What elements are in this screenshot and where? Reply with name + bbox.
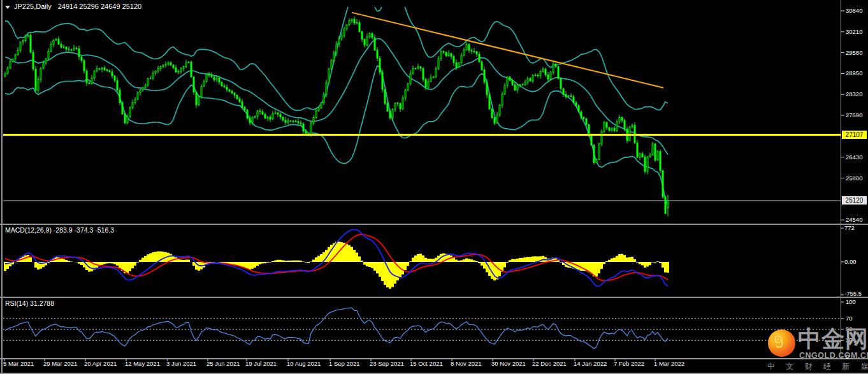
date-axis-label: 7 Feb 2022	[614, 361, 644, 367]
rsi-axis-label: 70	[846, 315, 853, 322]
price-badge: 27107	[842, 131, 867, 139]
watermark-brand-text: 中金网	[798, 326, 868, 352]
date-axis-label: 8 Nov 2021	[451, 361, 482, 367]
date-axis-label: 19 Jul 2021	[245, 361, 277, 367]
symbol-title: JP225,Daily24914 25296 24649 25120	[5, 3, 141, 10]
date-axis-label: 22 Dec 2021	[532, 361, 567, 367]
date-axis-label: 1 Mar 2022	[654, 361, 684, 367]
rsi-axis-label: 100	[846, 299, 856, 305]
symbol-name: JP225,Daily	[14, 3, 52, 10]
date-axis-label: 14 Jan 2022	[574, 361, 607, 367]
price-axis-label: 30210	[846, 29, 862, 35]
date-axis-label: 29 Mar 2021	[43, 361, 77, 367]
price-axis-label: 26430	[846, 154, 862, 161]
chevron-down-icon[interactable]	[5, 6, 10, 9]
watermark-domain-text: CNGOLD.COM.CN	[799, 351, 868, 360]
window-border-left	[1, 0, 3, 374]
price-axis-label: 28320	[846, 91, 862, 97]
macd-axis-label: 772	[844, 225, 855, 231]
macd-axis-label: 0.00	[844, 259, 857, 265]
price-badge: 25120	[842, 196, 867, 205]
watermark-slogan-text: 中 文 财 经 新 媒 体	[767, 361, 868, 372]
chart-canvas[interactable]	[0, 0, 868, 374]
date-axis-label: 12 May 2021	[125, 361, 160, 367]
date-axis-label: 1 Sep 2021	[329, 361, 360, 367]
date-axis-label: 25 Jun 2021	[206, 361, 240, 367]
price-axis-label: 29580	[846, 50, 862, 56]
macd-indicator-label: MACD(12,26,9) -283.9 -374.3 -516.3	[5, 227, 114, 234]
date-axis-label: 30 Nov 2021	[491, 361, 526, 367]
date-axis-label: 10 Aug 2021	[287, 361, 321, 367]
price-axis-label: 30840	[846, 8, 862, 14]
chart-window: JP225,Daily24914 25296 24649 25120 MACD(…	[0, 0, 868, 374]
quote-ohlc: 24914 25296 24649 25120	[58, 3, 142, 10]
cngold-logo-icon: 9	[768, 329, 795, 357]
macd-axis-label: -755.5	[844, 291, 862, 297]
price-axis-label: 25800	[846, 175, 862, 182]
date-axis-label: 15 Oct 2021	[410, 361, 443, 367]
price-axis-label: 27690	[846, 112, 862, 119]
price-axis-label: 28950	[846, 70, 862, 76]
date-axis-label: 5 Mar 2021	[3, 361, 34, 367]
date-axis-label: 20 Apr 2021	[84, 361, 117, 367]
date-axis-label: 23 Sep 2021	[370, 361, 404, 367]
price-axis-label: 24540	[846, 217, 862, 223]
cngold-watermark: 9 中金网 CNGOLD.COM.CN 中 文 财 经 新 媒 体	[763, 325, 868, 374]
date-axis-label: 3 Jun 2021	[166, 361, 196, 367]
rsi-indicator-label: RSI(14) 31.2788	[5, 300, 54, 307]
